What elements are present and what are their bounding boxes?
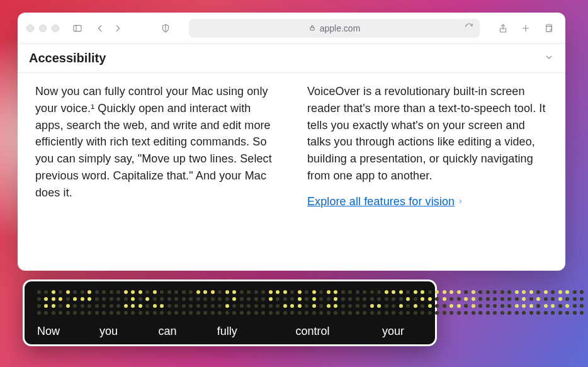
braille-cell [529, 290, 540, 315]
reload-icon[interactable] [465, 23, 473, 33]
safari-window: apple.com Accessibility Now you can full… [18, 13, 565, 271]
address-text: apple.com [320, 23, 361, 33]
braille-cell [443, 290, 453, 315]
braille-cell [110, 290, 120, 315]
tabs-icon[interactable] [540, 20, 557, 37]
braille-word: fully [217, 325, 296, 338]
braille-cell [558, 290, 569, 315]
braille-cell [428, 290, 439, 315]
braille-cell [167, 290, 178, 315]
sidebar-toggle-icon[interactable] [69, 20, 86, 37]
braille-cell [225, 290, 236, 315]
section-title: Accessibility [29, 51, 106, 65]
braille-cell [341, 290, 352, 315]
minimize-dot[interactable] [39, 25, 47, 32]
braille-cell [95, 290, 106, 315]
content-area: Now you can fully control your Mac using… [18, 73, 565, 271]
braille-word: Now [37, 325, 99, 338]
forward-button[interactable] [110, 20, 126, 37]
braille-cell [196, 290, 207, 315]
braille-cell [312, 290, 323, 315]
chevron-down-icon [544, 52, 554, 65]
svg-rect-7 [546, 26, 552, 31]
braille-word: control [295, 325, 382, 338]
braille-cell [269, 290, 280, 315]
svg-rect-3 [310, 27, 314, 30]
address-bar[interactable]: apple.com [189, 19, 480, 38]
new-tab-icon[interactable] [517, 20, 534, 37]
braille-cell [370, 290, 381, 315]
link-label: Explore all features for vision [307, 193, 455, 210]
braille-cell [356, 290, 366, 315]
braille-cells [37, 290, 422, 315]
braille-cell [515, 290, 526, 315]
braille-word: your [382, 325, 422, 338]
braille-cell [240, 290, 251, 315]
braille-cell [254, 290, 265, 315]
share-icon[interactable] [495, 20, 511, 37]
close-dot[interactable] [26, 25, 34, 32]
braille-cell [298, 290, 308, 315]
braille-cell [472, 290, 482, 315]
braille-cell [457, 290, 468, 315]
braille-cell [66, 290, 77, 315]
window-controls [26, 25, 59, 32]
back-button[interactable] [92, 20, 108, 37]
braille-cell [544, 290, 555, 315]
left-text: Now you can fully control your Mac using… [35, 85, 272, 199]
toolbar: apple.com [18, 13, 565, 44]
braille-cell [81, 290, 91, 315]
zoom-dot[interactable] [52, 25, 59, 32]
braille-cell [153, 290, 164, 315]
braille-cell [52, 290, 62, 315]
svg-rect-0 [74, 25, 81, 31]
braille-word: you [99, 325, 158, 338]
section-header[interactable]: Accessibility [18, 44, 565, 73]
explore-link[interactable]: Explore all features for vision [307, 193, 463, 210]
braille-panel: Nowyoucanfullycontrolyour [23, 279, 437, 346]
braille-cell [486, 290, 497, 315]
braille-cell [37, 290, 48, 315]
privacy-shield-icon[interactable] [157, 20, 174, 37]
braille-word: can [158, 325, 217, 338]
braille-words: Nowyoucanfullycontrolyour [37, 325, 422, 338]
braille-cell [182, 290, 193, 315]
right-column: VoiceOver is a revolutionary built-in sc… [307, 83, 549, 259]
braille-cell [500, 290, 511, 315]
braille-cell [211, 290, 222, 315]
lock-icon [308, 23, 316, 33]
left-column: Now you can fully control your Mac using… [35, 83, 277, 259]
braille-cell [399, 290, 410, 315]
braille-cell [385, 290, 395, 315]
braille-cell [414, 290, 424, 315]
braille-cell [327, 290, 337, 315]
right-text: VoiceOver is a revolutionary built-in sc… [307, 85, 546, 182]
braille-cell [124, 290, 135, 315]
braille-cell [573, 290, 584, 315]
braille-cell [139, 290, 149, 315]
braille-cell [283, 290, 294, 315]
